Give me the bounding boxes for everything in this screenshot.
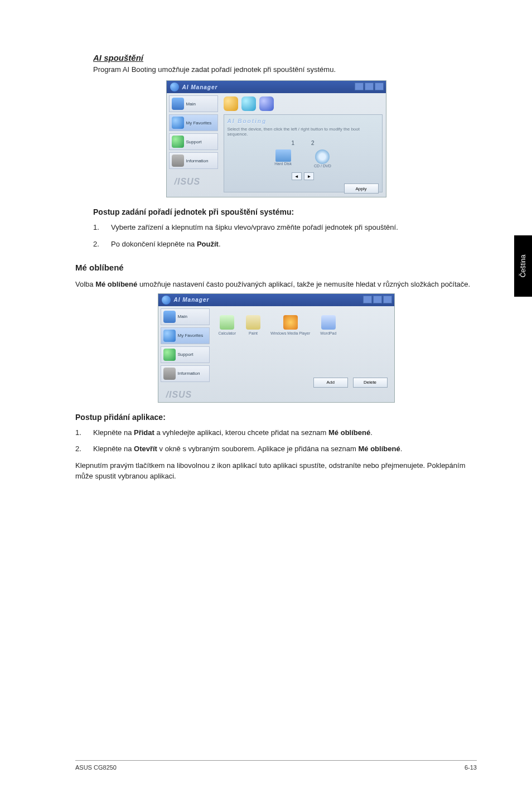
slot-2-number: 2: [311, 140, 315, 146]
step-number: 1.: [93, 222, 111, 233]
app-logo-icon: [162, 296, 171, 305]
boot-device-2[interactable]: CD / DVD: [314, 149, 331, 168]
add-app-heading: Postup přidání aplikace:: [75, 413, 477, 422]
brand-text: /ISUS: [169, 177, 218, 187]
sidebar-info-label: Information: [186, 158, 209, 163]
toolbar-icon-3[interactable]: [259, 96, 274, 111]
page-footer: ASUS CG8250 6-13: [75, 760, 477, 771]
sidebar-item-information[interactable]: Information: [169, 152, 218, 169]
wmp-icon: [283, 315, 298, 330]
sidebar-info-label: Information: [178, 371, 200, 376]
favorite-app-wordpad[interactable]: WordPad: [320, 315, 336, 335]
hard-disk-icon: [275, 149, 291, 162]
sidebar-item-main[interactable]: Main: [169, 95, 218, 112]
sidebar-item-support[interactable]: Support: [169, 133, 218, 150]
app-wmp-label: Windows Media Player: [270, 331, 310, 335]
favorites-lead: Volba Mé oblíbené umožňuje nastavení čas…: [75, 279, 477, 290]
add-step-2: 2. Klepněte na Otevřít v okně s vybraným…: [75, 443, 477, 455]
favorites-closing: Klepnutím pravým tlačítkem na libovolnou…: [75, 460, 477, 482]
sidebar: Main My Favorites Support Information /I…: [167, 93, 220, 197]
window-title: AI Manager: [182, 84, 218, 90]
boot-step-2: 2. Po dokončení klepněte na Použít.: [93, 239, 477, 250]
window-buttons[interactable]: [355, 83, 384, 90]
support-icon: [163, 349, 176, 361]
window-buttons[interactable]: [363, 296, 392, 303]
step-number: 1.: [75, 427, 93, 438]
minimize-icon[interactable]: [355, 83, 364, 90]
toolbar-icons: [224, 96, 383, 111]
information-icon: [163, 368, 176, 380]
app-wpad-label: WordPad: [320, 331, 336, 335]
sidebar-item-support[interactable]: Support: [161, 346, 210, 363]
footer-right: 6-13: [465, 764, 477, 771]
add-step-1-text: Klepněte na Přidat a vyhledejte aplikaci…: [93, 427, 477, 438]
toolbar-icon-2[interactable]: [241, 96, 256, 111]
ai-booting-heading: AI spouštění: [93, 53, 477, 62]
main-icon: [163, 311, 176, 323]
favorites-screenshot: AI Manager Main My Favorites Suppo: [158, 293, 395, 403]
brand-text: /ISUS: [161, 390, 210, 400]
add-step-1: 1. Klepněte na Přidat a vyhledejte aplik…: [75, 427, 477, 438]
toolbar-icon-1[interactable]: [224, 96, 238, 111]
close-icon[interactable]: [383, 296, 392, 303]
sidebar-fav-label: My Favorites: [178, 333, 204, 338]
cd-dvd-icon: [315, 149, 330, 164]
favorite-app-calculator[interactable]: Calculator: [219, 315, 236, 335]
window-title: AI Manager: [174, 297, 210, 303]
close-icon[interactable]: [375, 83, 384, 90]
boot-step-1-text: Vyberte zařízení a klepnutím na šipku vl…: [111, 222, 477, 233]
boot-step-2-text: Po dokončení klepněte na Použít.: [111, 239, 477, 250]
support-icon: [172, 136, 184, 148]
app-paint-label: Paint: [249, 331, 258, 335]
paint-icon: [246, 315, 260, 330]
ai-booting-screenshot: AI Manager Main My Favorites Suppo: [166, 80, 386, 197]
sidebar-main-label: Main: [186, 102, 196, 107]
ai-booting-lead: Program AI Booting umožňuje zadat pořadí…: [93, 65, 477, 75]
window-titlebar: AI Manager: [167, 81, 386, 93]
panel-title: AI Booting: [228, 118, 379, 124]
ai-booting-panel: AI Booting Select the device, then click…: [224, 114, 383, 192]
delete-button[interactable]: Delete: [353, 378, 388, 388]
information-icon: [172, 154, 184, 167]
favorite-app-wmp[interactable]: Windows Media Player: [270, 315, 310, 335]
app-calc-label: Calculator: [219, 331, 236, 335]
boot-step-1: 1. Vyberte zařízení a klepnutím na šipku…: [93, 222, 477, 233]
boot-device-1-label: Hard Disk: [274, 162, 292, 166]
maximize-icon[interactable]: [373, 296, 382, 303]
panel-desc: Select the device, then click the left /…: [228, 127, 379, 137]
minimize-icon[interactable]: [363, 296, 372, 303]
sidebar-item-favorites[interactable]: My Favorites: [169, 114, 218, 131]
sidebar-support-label: Support: [178, 352, 194, 357]
add-step-2-text: Klepněte na Otevřít v okně s vybraným so…: [93, 443, 477, 455]
page-body: AI spouštění Program AI Booting umožňuje…: [75, 53, 477, 482]
boot-device-1[interactable]: Hard Disk: [274, 149, 292, 168]
sidebar-fav-label: My Favorites: [186, 120, 212, 125]
favorite-apps-row: Calculator Paint Windows Media Player Wo…: [215, 310, 391, 341]
calculator-icon: [220, 315, 234, 330]
language-tab: Čeština: [514, 235, 532, 297]
arrow-left-button[interactable]: ◄: [292, 172, 302, 180]
language-tab-label: Čeština: [519, 255, 527, 278]
sidebar-main-label: Main: [178, 314, 187, 319]
step-number: 2.: [75, 443, 93, 455]
sidebar-item-main[interactable]: Main: [161, 308, 210, 325]
sidebar: Main My Favorites Support Information /I…: [158, 306, 212, 402]
window-titlebar: AI Manager: [158, 294, 394, 306]
footer-left: ASUS CG8250: [75, 764, 117, 771]
boot-device-2-label: CD / DVD: [314, 164, 331, 168]
app-logo-icon: [170, 83, 179, 91]
apply-button[interactable]: Apply: [344, 183, 379, 194]
step-number: 2.: [93, 239, 111, 250]
favorite-app-paint[interactable]: Paint: [246, 315, 260, 335]
favorites-heading: Mé oblíbené: [75, 263, 477, 272]
maximize-icon[interactable]: [365, 83, 374, 90]
favorites-icon: [172, 117, 184, 129]
wordpad-icon: [321, 315, 336, 330]
boot-steps-heading: Postup zadání pořadí jednotek při spoušt…: [93, 207, 477, 216]
sidebar-item-information[interactable]: Information: [161, 365, 210, 382]
favorites-icon: [163, 330, 176, 342]
add-button[interactable]: Add: [313, 378, 348, 388]
arrow-right-button[interactable]: ►: [304, 172, 314, 180]
sidebar-support-label: Support: [186, 139, 202, 144]
sidebar-item-favorites[interactable]: My Favorites: [161, 327, 210, 344]
